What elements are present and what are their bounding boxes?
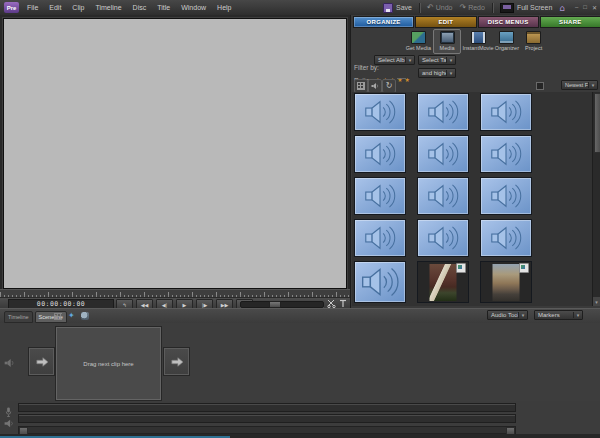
tab-disc-menus[interactable]: DISC MENUS [478,16,539,28]
home-icon[interactable]: ⌂ [559,3,565,13]
rotate-icon: ↻ [386,82,393,90]
media-grid-area [352,92,592,306]
fullscreen-icon [500,3,514,13]
shuttle-slider[interactable] [240,301,324,308]
drop-zone[interactable]: Drag next clip here [56,327,161,400]
scroll-down-button[interactable]: ▾ [593,296,600,306]
task-instantmovie[interactable]: InstantMovie [462,29,493,54]
task-label: Project [525,45,542,51]
save-button[interactable]: Save [383,3,412,13]
photo-thumbnail [430,264,457,301]
transition-slot[interactable] [29,348,54,375]
get-media-icon [411,31,426,44]
details-checkbox[interactable] [536,82,544,90]
fullscreen-button[interactable]: Full Screen [500,3,552,13]
speaker-icon [359,139,401,169]
tab-edit[interactable]: EDIT [415,16,476,28]
narration-track[interactable] [18,403,516,412]
audio-view-button[interactable] [368,79,382,93]
redo-button[interactable]: ↷ Redo [459,4,484,12]
arrow-right-icon [169,356,185,368]
menu-clip[interactable]: Clip [72,4,84,11]
titlebar-actions: Save ↶ Undo ↷ Redo Full Screen ⌂ – □ ✕ [383,0,597,15]
timeline-tabbar: TimelineSceneline ✦ Audio Tools ▾ Marker… [0,309,600,324]
hand-icon[interactable] [81,312,89,320]
soundtrack-speaker-icon [4,414,15,424]
audio-clip-tile[interactable] [354,177,406,215]
add-text-icon[interactable] [339,299,347,308]
menu-timeline[interactable]: Timeline [95,4,121,11]
tab-organize[interactable]: ORGANIZE [353,16,414,28]
vertical-scrollbar[interactable]: ▾ [592,92,600,306]
separator [419,3,420,13]
menu-title[interactable]: Title [157,4,170,11]
shuttle-handle[interactable] [269,301,281,308]
audio-clip-tile[interactable] [417,93,469,131]
audio-clip-tile[interactable] [354,219,406,257]
rotate-button[interactable]: ↻ [382,79,396,93]
sparkle-icon[interactable]: ✦ [68,312,75,320]
soundtrack-track[interactable] [18,414,516,423]
grid-view-icon [357,82,365,90]
photo-clip-tile[interactable] [480,261,532,303]
redo-icon: ↷ [459,4,466,12]
close-button[interactable]: ✕ [592,4,597,11]
menu-file[interactable]: File [27,4,38,11]
organize-panel: ORGANIZEEDITDISC MENUSSHARE Get MediaMed… [350,15,600,308]
speaker-icon [485,139,527,169]
menu-help[interactable]: Help [217,4,231,11]
chevron-down-icon: ▾ [573,312,582,318]
task-organizer[interactable]: Organizer [494,29,521,54]
speaker-icon [355,262,405,302]
thumbnail-view-button[interactable] [354,79,368,93]
audio-clip-tile[interactable] [480,93,532,131]
audio-clip-tile[interactable] [417,219,469,257]
tab-timeline[interactable]: Timeline [4,311,33,323]
sort-dropdown[interactable]: Newest First ▾ [561,80,598,90]
markers-dropdown[interactable]: Markers ▾ [534,310,583,320]
album-dropdown[interactable]: Select Album ▾ [374,55,415,65]
audio-clip-tile[interactable] [480,135,532,173]
photo-clip-tile[interactable] [417,261,469,303]
timeline-toolbar-icons: ✦ [54,311,89,321]
tag-dropdown[interactable]: Select Tag ▾ [418,55,456,65]
and-higher-dropdown[interactable]: and higher ▾ [418,68,456,78]
instantmovie-icon [471,31,486,44]
audio-clip-tile[interactable] [354,261,406,303]
transition-slot[interactable] [164,348,189,375]
audio-clip-tile[interactable] [480,177,532,215]
audio-clip-tile[interactable] [354,93,406,131]
undo-button[interactable]: ↶ Undo [427,4,452,12]
chevron-down-icon: ▾ [588,82,597,88]
speaker-icon [422,139,464,169]
speaker-icon [359,181,401,211]
premiere-elements-window: Pre FileEditClipTimelineDiscTitleWindowH… [0,0,600,438]
speaker-icon [485,223,527,253]
horizontal-zoom-scrollbar[interactable] [18,426,516,434]
media-type-badge-icon [519,263,529,273]
menu-window[interactable]: Window [181,4,206,11]
task-media[interactable]: Media [433,29,462,54]
maximize-button[interactable]: □ [583,4,587,11]
speaker-icon [359,97,401,127]
audio-clip-tile[interactable] [354,135,406,173]
audio-clip-tile[interactable] [417,135,469,173]
chevron-down-icon: ▾ [446,57,455,63]
speaker-icon [371,82,380,90]
minimize-button[interactable]: – [575,4,578,11]
task-project[interactable]: Project [520,29,547,54]
audio-clip-tile[interactable] [417,177,469,215]
scrollbar-thumb[interactable] [594,93,600,153]
task-get-media[interactable]: Get Media [405,29,432,54]
audio-clip-tile[interactable] [480,219,532,257]
chevron-down-icon: ▾ [405,57,414,63]
task-label: Get Media [406,45,431,51]
split-clip-icon[interactable] [327,299,336,308]
media-grid [354,93,532,303]
grid-icon[interactable] [54,313,62,320]
menu-disc[interactable]: Disc [133,4,147,11]
audio-tools-dropdown[interactable]: Audio Tools ▾ [487,310,528,320]
menu-bar-items: FileEditClipTimelineDiscTitleWindowHelp [27,0,232,15]
tab-share[interactable]: SHARE [540,16,600,28]
menu-edit[interactable]: Edit [49,4,61,11]
